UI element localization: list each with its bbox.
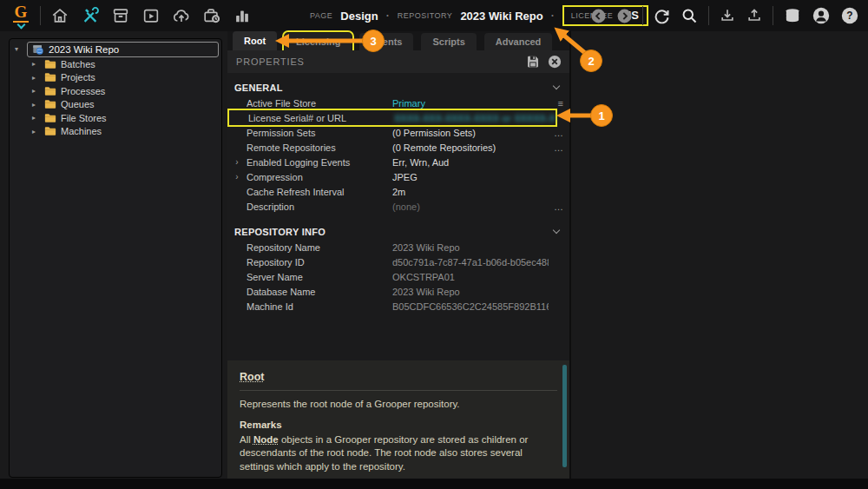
- repository-value[interactable]: 2023 Wiki Repo: [460, 10, 542, 23]
- folder-icon: [44, 126, 56, 136]
- property-value[interactable]: (0 Remote Repositories): [392, 142, 549, 153]
- property-name: Repository Name: [247, 242, 392, 253]
- tree-root-label: 2023 Wiki Repo: [49, 44, 119, 55]
- property-name: Enabled Logging Events: [247, 157, 392, 168]
- import-cloud-icon[interactable]: [172, 6, 191, 25]
- section-header-repository-info[interactable]: REPOSITORY INFO: [227, 224, 569, 240]
- property-row-machine-id[interactable]: Machine Id B05CDFC66536C2C24585F892B1169…: [227, 299, 569, 314]
- top-toolbar: G: [0, 0, 868, 31]
- property-value[interactable]: Primary: [392, 98, 549, 109]
- property-value: 2023 Wiki Repo: [392, 242, 549, 253]
- help-icon[interactable]: ?: [840, 6, 859, 25]
- tree-item-machines[interactable]: ▸ Machines: [10, 125, 221, 139]
- download-icon[interactable]: [719, 7, 736, 24]
- property-value[interactable]: 2m: [392, 187, 549, 197]
- property-name: Permission Sets: [247, 128, 392, 138]
- menu-icon[interactable]: ≡: [558, 96, 563, 110]
- node-link[interactable]: Node: [253, 434, 279, 445]
- property-name: Cache Refresh Interval: [247, 187, 392, 197]
- toolbar-divider: [40, 6, 41, 25]
- tab-licensing[interactable]: Licensing: [285, 33, 352, 50]
- properties-grid: GENERAL Active File Store Primary ≡ Lice…: [227, 73, 569, 360]
- grooper-window: G: [0, 0, 868, 489]
- property-row-active-file-store[interactable]: Active File Store Primary ≡: [227, 96, 569, 110]
- property-row-description[interactable]: Description (none) …: [227, 199, 569, 214]
- tree-item-queues[interactable]: ▸ Queues: [10, 98, 221, 112]
- expander-icon[interactable]: ›: [227, 172, 247, 182]
- upload-icon[interactable]: [746, 7, 763, 24]
- tree-collapsed-icon[interactable]: ▸: [32, 87, 40, 95]
- batch-process-icon[interactable]: [141, 6, 161, 25]
- property-row-server-name[interactable]: Server Name OKCSTRPA01: [227, 269, 569, 284]
- help-description: Represents the root node of a Grooper re…: [240, 398, 557, 412]
- save-icon[interactable]: [525, 54, 541, 69]
- close-icon[interactable]: [547, 54, 562, 69]
- property-value[interactable]: (0 Permission Sets): [392, 128, 549, 138]
- property-value: d50c791a-7c87-47a1-b06d-b05ec48866...: [392, 257, 549, 268]
- tree-item-processes[interactable]: ▸ Processes: [10, 84, 221, 98]
- tree-collapsed-icon[interactable]: ▸: [32, 74, 40, 82]
- ellipsis-button[interactable]: …: [554, 199, 563, 214]
- chevron-down-icon[interactable]: [553, 227, 560, 234]
- property-row-license-serial[interactable]: License Serial# or URL XXXX-XXX-XXXX-XXX…: [229, 110, 556, 125]
- tree-item-file-stores[interactable]: ▸ File Stores: [10, 111, 221, 125]
- property-row-compression[interactable]: › Compression JPEG: [227, 169, 569, 184]
- tree-collapsed-icon[interactable]: ▸: [32, 128, 40, 135]
- tree-expanded-icon[interactable]: ▾: [15, 45, 23, 53]
- page-value[interactable]: Design: [340, 10, 378, 23]
- property-value[interactable]: Err, Wrn, Aud: [392, 157, 549, 168]
- context-separator: ·: [386, 10, 390, 22]
- property-name: Server Name: [247, 272, 392, 282]
- user-icon[interactable]: [812, 6, 831, 25]
- property-name: Active File Store: [247, 98, 392, 109]
- search-icon[interactable]: [681, 7, 699, 25]
- property-row-repository-id[interactable]: Repository ID d50c791a-7c87-47a1-b06d-b0…: [227, 254, 569, 269]
- chevron-down-icon[interactable]: [553, 83, 560, 89]
- tree-collapsed-icon[interactable]: ▸: [32, 101, 40, 109]
- stats-icon[interactable]: [233, 6, 252, 25]
- tree-root-row[interactable]: ▾ 2023 Wiki Repo: [10, 41, 221, 57]
- help-panel: Root Represents the root node of a Groop…: [227, 360, 569, 479]
- property-value[interactable]: JPEG: [392, 172, 549, 182]
- tree-collapsed-icon[interactable]: ▸: [32, 60, 40, 68]
- design-tools-icon[interactable]: [81, 6, 100, 25]
- tab-advanced[interactable]: Advanced: [484, 33, 553, 50]
- property-row-repository-name[interactable]: Repository Name 2023 Wiki Repo: [227, 240, 569, 254]
- help-title-link[interactable]: Root: [240, 371, 264, 383]
- batches-icon[interactable]: [111, 6, 130, 25]
- tree-item-label: Machines: [61, 126, 102, 136]
- callout-badge-1: 1: [590, 104, 613, 127]
- grooper-logo[interactable]: G: [10, 3, 31, 28]
- property-value: 2023 Wiki Repo: [392, 287, 549, 297]
- tree-item-projects[interactable]: ▸ Projects: [10, 71, 221, 85]
- tree-item-label: Processes: [61, 86, 105, 96]
- property-value-redacted[interactable]: XXXX-XXX-XXXX-XXXX or XXXXX-XXXXXX: [394, 113, 556, 123]
- property-row-database-name[interactable]: Database Name 2023 Wiki Repo: [227, 284, 569, 299]
- help-scrollbar-thumb[interactable]: [562, 365, 567, 467]
- detail-tabs: Root Licensing Events Scripts Advanced: [227, 31, 569, 50]
- home-icon[interactable]: [50, 6, 69, 25]
- property-row-enabled-logging-events[interactable]: › Enabled Logging Events Err, Wrn, Aud: [227, 155, 569, 169]
- ellipsis-button[interactable]: …: [554, 140, 563, 155]
- section-header-general[interactable]: GENERAL: [227, 80, 569, 96]
- property-row-cache-refresh-interval[interactable]: Cache Refresh Interval 2m: [227, 184, 569, 199]
- repository-database-icon[interactable]: [783, 6, 802, 25]
- context-separator: ·: [551, 10, 555, 22]
- tree-root-node-selected[interactable]: 2023 Wiki Repo: [27, 42, 219, 57]
- tab-root[interactable]: Root: [233, 31, 277, 50]
- forward-icon[interactable]: [616, 8, 633, 24]
- toolbar-divider: [773, 6, 773, 25]
- refresh-icon[interactable]: [653, 7, 671, 25]
- property-row-remote-repositories[interactable]: Remote Repositories (0 Remote Repositori…: [227, 140, 569, 155]
- property-row-permission-sets[interactable]: Permission Sets (0 Permission Sets) …: [227, 125, 569, 140]
- tree-item-batches[interactable]: ▸ Batches: [10, 57, 221, 71]
- back-icon[interactable]: [590, 8, 607, 24]
- svg-text:?: ?: [846, 10, 852, 22]
- expander-icon[interactable]: ›: [227, 157, 247, 167]
- properties-title: PROPERTIES: [236, 56, 519, 67]
- tab-scripts[interactable]: Scripts: [421, 33, 476, 50]
- tree-collapsed-icon[interactable]: ▸: [32, 114, 40, 122]
- property-value[interactable]: (none): [392, 202, 549, 212]
- ellipsis-button[interactable]: …: [554, 125, 563, 140]
- jobs-icon[interactable]: [202, 6, 221, 25]
